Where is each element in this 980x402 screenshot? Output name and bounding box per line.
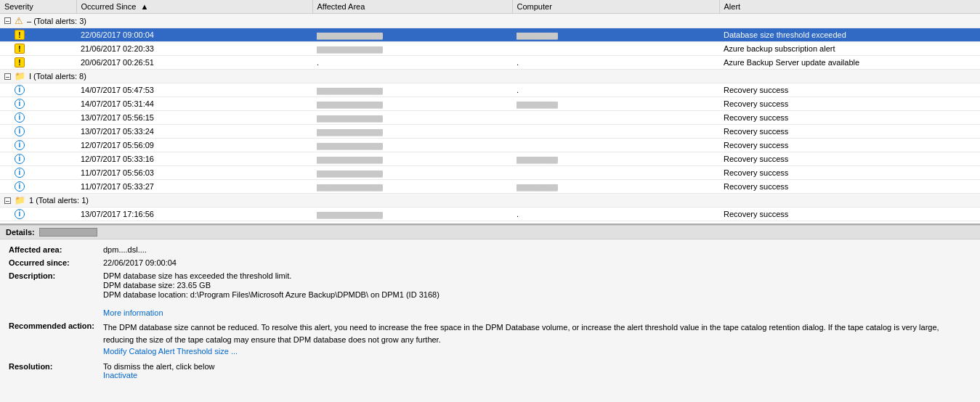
folder-icon: ⚠	[15, 15, 23, 26]
severity-cell: !	[0, 56, 76, 70]
affected-cell: ████████████████	[312, 42, 512, 56]
expand-icon[interactable]: –	[4, 73, 11, 80]
group-row-2[interactable]: –📁1 (Total alerts: 1)	[0, 194, 980, 208]
table-row[interactable]: !21/06/2017 02:20:33████████████████Azur…	[0, 42, 980, 56]
severity-cell: i	[0, 152, 76, 166]
info-icon: i	[15, 140, 25, 150]
blurred-computer: ██████████	[517, 102, 558, 108]
severity-cell: i	[0, 97, 76, 111]
affected-cell: ████████████████	[312, 125, 512, 139]
group-row-0[interactable]: –⚠– (Total alerts: 3)	[0, 14, 980, 28]
col-header-severity[interactable]: Severity	[0, 0, 76, 14]
table-row[interactable]: i14/07/2017 05:31:44████████████████████…	[0, 97, 980, 111]
details-label: Details:	[6, 228, 35, 237]
alerts-tbody: –⚠– (Total alerts: 3)!22/06/2017 09:00:0…	[0, 14, 980, 221]
blurred-affected: ████████████████	[317, 184, 383, 191]
table-row[interactable]: !22/06/2017 09:00:04████████████████████…	[0, 28, 980, 42]
table-row[interactable]: i13/07/2017 17:16:56████████████████.Rec…	[0, 208, 980, 221]
group-label-text: – (Total alerts: 3)	[27, 17, 86, 25]
recommended-text: The DPM database size cannot be reduced.…	[103, 323, 939, 344]
occurred-since-value: 22/06/2017 09:00:04	[103, 258, 971, 267]
warning-icon: !	[15, 57, 25, 67]
computer-cell	[512, 125, 719, 139]
col-header-affected[interactable]: Affected Area	[312, 0, 512, 14]
group-label-text: 1 (Total alerts: 1)	[29, 196, 89, 205]
computer-cell: .	[512, 56, 719, 70]
affected-cell: ████████████████	[312, 139, 512, 152]
alert-cell: Recovery success	[719, 125, 980, 139]
group-label-0: –⚠– (Total alerts: 3)	[0, 14, 980, 28]
table-row[interactable]: !20/06/2017 00:26:51..Azure Backup Serve…	[0, 56, 980, 70]
occurred-cell: 13/07/2017 17:16:56	[76, 208, 312, 221]
affected-area-row: Affected area: dpm....dsl....	[9, 245, 971, 254]
affected-area-label: Affected area:	[9, 245, 103, 254]
group-label-1: –📁I (Total alerts: 8)	[0, 70, 980, 83]
sort-icon: ▲	[140, 2, 148, 11]
info-icon: i	[15, 181, 25, 192]
table-row[interactable]: i11/07/2017 05:33:27████████████████████…	[0, 180, 980, 194]
info-icon: i	[15, 85, 25, 95]
occurred-cell: 12/07/2017 05:33:16	[76, 152, 312, 166]
inactivate-link[interactable]: Inactivate	[103, 371, 137, 380]
affected-cell: ████████████████	[312, 111, 512, 125]
alert-cell: Recovery success	[719, 83, 980, 97]
occurred-cell: 13/07/2017 05:56:15	[76, 111, 312, 125]
computer-cell: .	[512, 83, 719, 97]
details-scrollbar[interactable]	[39, 228, 97, 237]
affected-cell: ████████████████	[312, 208, 512, 221]
occurred-cell: 22/06/2017 09:00:04	[76, 28, 312, 42]
occurred-cell: 11/07/2017 05:33:27	[76, 180, 312, 194]
computer-cell	[512, 42, 719, 56]
expand-icon[interactable]: –	[4, 17, 11, 24]
affected-cell: ████████████████	[312, 28, 512, 42]
alert-cell: Database size threshold exceeded	[719, 28, 980, 42]
main-container: Severity Occurred Since ▲ Affected Area …	[0, 0, 980, 402]
occurred-since-row: Occurred since: 22/06/2017 09:00:04	[9, 258, 971, 267]
expand-icon[interactable]: –	[4, 197, 11, 204]
table-row[interactable]: i13/07/2017 05:33:24████████████████Reco…	[0, 125, 980, 139]
table-row[interactable]: i14/07/2017 05:47:53████████████████.Rec…	[0, 83, 980, 97]
computer-cell: ██████████	[512, 28, 719, 42]
computer-cell: ██████████	[512, 97, 719, 111]
details-section: Details: Affected area: dpm....dsl.... O…	[0, 225, 980, 402]
alert-cell: Recovery success	[719, 97, 980, 111]
modify-link[interactable]: Modify Catalog Alert Threshold size ...	[103, 347, 238, 356]
computer-cell: ██████████	[512, 152, 719, 166]
blurred-affected: ████████████████	[317, 212, 383, 218]
table-row[interactable]: i12/07/2017 05:56:09████████████████Reco…	[0, 139, 980, 152]
blurred-affected: ████████████████	[317, 115, 383, 122]
occurred-cell: 20/06/2017 00:26:51	[76, 56, 312, 70]
info-icon: i	[15, 209, 25, 219]
resolution-value: To dismiss the alert, click below Inacti…	[103, 362, 971, 380]
blurred-affected: ████████████████	[317, 88, 383, 94]
info-icon: i	[15, 112, 25, 123]
table-row[interactable]: i13/07/2017 05:56:15████████████████Reco…	[0, 111, 980, 125]
info-icon: i	[15, 126, 25, 136]
severity-cell: !	[0, 28, 76, 42]
details-header: Details:	[0, 226, 980, 239]
col-header-occurred[interactable]: Occurred Since ▲	[76, 0, 312, 14]
group-row-1[interactable]: –📁I (Total alerts: 8)	[0, 70, 980, 83]
severity-cell: i	[0, 139, 76, 152]
affected-cell: ████████████████	[312, 180, 512, 194]
alert-cell: Recovery success	[719, 111, 980, 125]
details-content: Affected area: dpm....dsl.... Occurred s…	[0, 239, 980, 390]
warning-icon: !	[15, 44, 25, 54]
computer-cell	[512, 166, 719, 180]
alert-cell: Recovery success	[719, 152, 980, 166]
desc-line-3: DPM database location: d:\Program Files\…	[103, 290, 971, 299]
alert-cell: Azure Backup Server update available	[719, 56, 980, 70]
table-header-row: Severity Occurred Since ▲ Affected Area …	[0, 0, 980, 14]
more-info-link[interactable]: More information	[103, 308, 163, 317]
info-icon: i	[15, 99, 25, 109]
col-header-computer[interactable]: Computer	[512, 0, 719, 14]
alerts-table: Severity Occurred Since ▲ Affected Area …	[0, 0, 980, 221]
table-row[interactable]: i12/07/2017 05:33:16████████████████████…	[0, 152, 980, 166]
blurred-affected: ████████████████	[317, 157, 383, 163]
severity-cell: i	[0, 125, 76, 139]
col-header-alert[interactable]: Alert	[719, 0, 980, 14]
affected-cell: ████████████████	[312, 152, 512, 166]
desc-line-1: DPM database size has exceeded the thres…	[103, 271, 971, 280]
table-row[interactable]: i11/07/2017 05:56:03████████████████Reco…	[0, 166, 980, 180]
folder-icon: 📁	[15, 71, 25, 81]
